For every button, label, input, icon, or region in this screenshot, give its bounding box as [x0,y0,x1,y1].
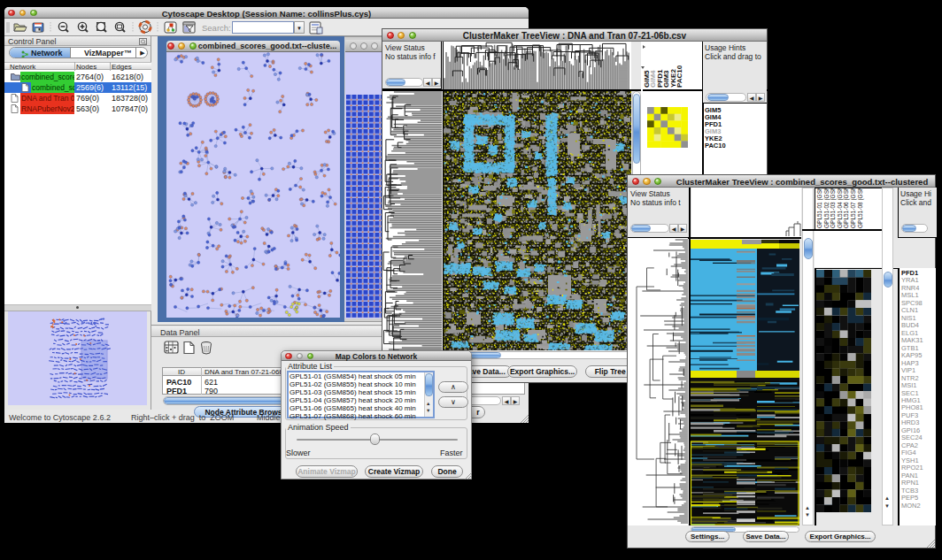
svg-text:GPL51-08 (GSM872): GPL51-08 (GSM872) [857,188,864,228]
svg-text:PAC10: PAC10 [676,65,683,88]
